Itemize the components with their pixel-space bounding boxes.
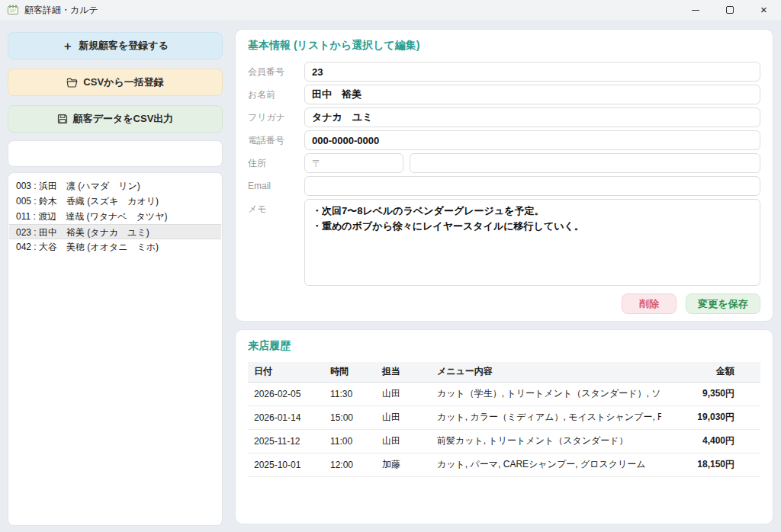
form-actions: 削除 変更を保存 bbox=[248, 293, 760, 314]
table-header-row: 日付 時間 担当 メニュー内容 金額 bbox=[248, 362, 760, 382]
plus-icon: ＋ bbox=[62, 39, 73, 53]
email-row: Email bbox=[248, 176, 760, 196]
address-label: 住所 bbox=[248, 157, 304, 170]
table-cell: 2025-11-12 bbox=[248, 429, 324, 453]
list-item[interactable]: 011 : 渡辺 達哉 (ワタナベ タツヤ) bbox=[9, 209, 221, 224]
customer-list[interactable]: 003 : 浜田 凛 (ハマダ リン)005 : 鈴木 香織 (スズキ カオリ)… bbox=[8, 172, 223, 526]
name-field[interactable] bbox=[304, 85, 760, 104]
maximize-icon[interactable] bbox=[712, 0, 747, 20]
col-time: 時間 bbox=[324, 362, 376, 382]
save-icon bbox=[57, 114, 68, 124]
memo-row: メモ ・次回7〜8レベルのラベンダーグレージュを予定。 ・重めのボブから徐々にレ… bbox=[248, 199, 760, 286]
window-title: 顧客詳細・カルテ bbox=[24, 4, 98, 17]
csv-export-label: 顧客データをCSV出力 bbox=[73, 112, 174, 126]
table-cell: カット（学生）, トリートメント（スタンダード）, ソフトWAX bbox=[431, 382, 661, 405]
col-staff: 担当 bbox=[376, 362, 431, 382]
table-cell: 山田 bbox=[376, 405, 431, 429]
address-field[interactable] bbox=[410, 153, 760, 173]
phone-field[interactable] bbox=[304, 130, 760, 150]
titlebar: 顧客詳細・カルテ × bbox=[0, 0, 781, 20]
minimize-icon[interactable] bbox=[678, 0, 712, 20]
table-cell: 19,030円 bbox=[661, 405, 760, 429]
sidebar: ＋ 新規顧客を登録する CSVから一括登録 顧客データをCSV出力 bbox=[8, 30, 223, 526]
phone-label: 電話番号 bbox=[248, 134, 304, 147]
folder-icon bbox=[66, 78, 78, 88]
search-input[interactable] bbox=[8, 140, 223, 167]
close-icon[interactable]: × bbox=[747, 0, 781, 20]
email-field[interactable] bbox=[304, 176, 760, 196]
table-row: 2025-10-0112:00加藤カット, パーマ, CAREシャンプー, グロ… bbox=[248, 453, 760, 476]
table-cell: 山田 bbox=[376, 382, 431, 405]
table-cell: カット, カラー（ミディアム）, モイストシャンプー, RGHトリートメント bbox=[431, 405, 661, 429]
memo-field[interactable]: ・次回7〜8レベルのラベンダーグレージュを予定。 ・重めのボブから徐々にレイヤー… bbox=[304, 199, 760, 286]
phone-row: 電話番号 bbox=[248, 130, 760, 150]
basic-info-panel: 基本情報 (リストから選択して編集) 会員番号 お名前 フリガナ 電話番号 住所… bbox=[235, 29, 773, 322]
delete-button[interactable]: 削除 bbox=[622, 293, 677, 314]
member-no-label: 会員番号 bbox=[248, 66, 304, 79]
new-customer-button[interactable]: ＋ 新規顧客を登録する bbox=[8, 32, 223, 59]
table-cell: 11:00 bbox=[324, 429, 376, 453]
table-cell: 前髪カット, トリートメント（スタンダード） bbox=[431, 429, 661, 453]
list-item[interactable]: 005 : 鈴木 香織 (スズキ カオリ) bbox=[9, 194, 221, 209]
list-item[interactable]: 042 : 大谷 美穂 (オオタニ ミホ) bbox=[9, 239, 221, 255]
table-cell: カット, パーマ, CAREシャンプー, グロスクリーム bbox=[431, 453, 661, 476]
table-cell: 4,400円 bbox=[661, 429, 760, 453]
list-item[interactable]: 003 : 浜田 凛 (ハマダ リン) bbox=[9, 178, 221, 194]
table-cell: 2026-02-05 bbox=[248, 382, 324, 405]
table-row: 2026-02-0511:30山田カット（学生）, トリートメント（スタンダード… bbox=[248, 382, 760, 405]
table-cell: 加藤 bbox=[376, 453, 431, 476]
zip-field[interactable] bbox=[304, 153, 403, 173]
new-customer-label: 新規顧客を登録する bbox=[79, 39, 169, 53]
table-cell: 11:30 bbox=[324, 382, 376, 405]
email-label: Email bbox=[248, 181, 304, 191]
table-cell: 2026-01-14 bbox=[248, 405, 324, 429]
table-cell: 山田 bbox=[376, 429, 431, 453]
table-cell: 12:00 bbox=[324, 453, 376, 476]
visit-history-title: 来店履歴 bbox=[248, 339, 760, 353]
window-controls: × bbox=[678, 0, 781, 20]
table-cell: 15:00 bbox=[324, 405, 376, 429]
visit-history-panel: 来店履歴 日付 時間 担当 メニュー内容 金額 2026-02-0511:30山… bbox=[235, 329, 773, 524]
furigana-row: フリガナ bbox=[248, 107, 760, 127]
table-cell: 2025-10-01 bbox=[248, 453, 324, 476]
save-button[interactable]: 変更を保存 bbox=[686, 293, 760, 314]
address-row: 住所 bbox=[248, 153, 760, 173]
table-cell: 9,350円 bbox=[661, 382, 760, 405]
memo-label: メモ bbox=[248, 199, 304, 216]
csv-export-button[interactable]: 顧客データをCSV出力 bbox=[8, 105, 223, 133]
furigana-label: フリガナ bbox=[248, 111, 304, 124]
name-label: お名前 bbox=[248, 88, 304, 101]
col-date: 日付 bbox=[248, 362, 324, 382]
app-window: 顧客詳細・カルテ × ＋ 新規顧客を登録する CSVから一括登録 bbox=[0, 0, 781, 532]
col-amount: 金額 bbox=[661, 362, 760, 382]
member-no-row: 会員番号 bbox=[248, 62, 760, 82]
table-cell: 18,150円 bbox=[661, 453, 760, 476]
csv-import-label: CSVから一括登録 bbox=[83, 75, 163, 89]
list-item[interactable]: 023 : 田中 裕美 (タナカ ユミ) bbox=[9, 224, 221, 239]
visit-history-table: 日付 時間 担当 メニュー内容 金額 2026-02-0511:30山田カット（… bbox=[248, 362, 760, 477]
furigana-field[interactable] bbox=[304, 107, 760, 127]
table-row: 2025-11-1211:00山田前髪カット, トリートメント（スタンダード）4… bbox=[248, 429, 760, 453]
table-row: 2026-01-1415:00山田カット, カラー（ミディアム）, モイストシャ… bbox=[248, 405, 760, 429]
app-icon bbox=[7, 4, 19, 16]
col-menu: メニュー内容 bbox=[431, 362, 661, 382]
member-no-field[interactable] bbox=[304, 62, 760, 82]
history-table-body: 2026-02-0511:30山田カット（学生）, トリートメント（スタンダード… bbox=[248, 382, 760, 476]
basic-info-title: 基本情報 (リストから選択して編集) bbox=[248, 39, 760, 53]
csv-import-button[interactable]: CSVから一括登録 bbox=[8, 69, 223, 96]
name-row: お名前 bbox=[248, 85, 760, 104]
